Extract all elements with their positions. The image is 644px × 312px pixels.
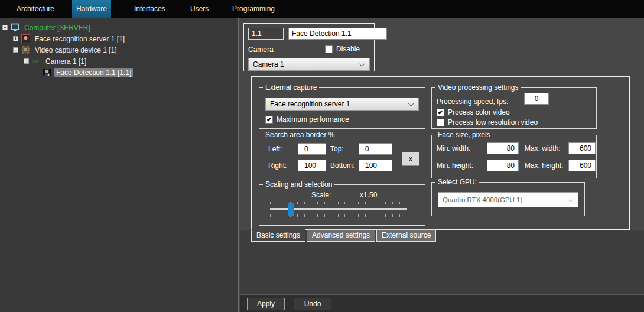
process-low-res-row[interactable]: Process low resolution video — [437, 118, 538, 126]
tab-advanced-settings[interactable]: Advanced settings — [307, 229, 375, 242]
menu-item-programming[interactable]: Programming — [232, 0, 275, 18]
object-header-box: Camera Disable Camera 1 — [243, 23, 375, 72]
object-id-field[interactable] — [248, 28, 284, 40]
left-field[interactable] — [298, 143, 326, 155]
workspace: - Computer [SERVER] + Face recognition s… — [0, 18, 644, 312]
chevron-down-icon — [359, 61, 365, 67]
tab-external-source[interactable]: External source — [376, 229, 436, 242]
collapse-toggle-icon[interactable]: - — [24, 58, 29, 64]
settings-tabstrip: Basic settings Advanced settings Externa… — [251, 229, 436, 242]
min-width-label: Min. width: — [437, 144, 470, 152]
chevron-down-icon — [568, 196, 574, 202]
scale-slider-thumb[interactable] — [288, 203, 294, 216]
process-color-video-checkbox[interactable]: ✔ — [437, 109, 444, 116]
scaling-group: Scaling and selection Scale: x1.50 — [259, 184, 425, 226]
top-label: Top: — [330, 145, 344, 153]
maximum-performance-label: Maximum performance — [277, 115, 349, 124]
video-processing-title: Video processing settings — [435, 83, 521, 92]
menu-item-interfaces[interactable]: Interfaces — [134, 0, 165, 18]
gpu-title: Select GPU: — [435, 178, 479, 186]
process-color-video-row[interactable]: ✔ Process color video — [437, 108, 510, 116]
left-label: Left: — [268, 145, 282, 153]
action-bar: Apply Undo — [240, 294, 644, 312]
camera-icon — [32, 57, 41, 66]
tree-item-label: Face Detection 1.1 [1.1] — [54, 68, 133, 77]
max-width-label: Max. width: — [525, 144, 561, 152]
min-width-field[interactable] — [487, 142, 519, 154]
undo-button-label: Undo — [294, 298, 331, 310]
camera-label: Camera — [248, 46, 274, 54]
process-low-res-label: Process low resolution video — [448, 118, 538, 126]
maximum-performance-row[interactable]: ✔ Maximum performance — [265, 115, 349, 124]
tree-item-computer[interactable]: - Computer [SERVER] — [0, 22, 238, 33]
bottom-field[interactable] — [359, 160, 392, 171]
scale-value: x1.50 — [360, 191, 377, 199]
gpu-select[interactable]: Quadro RTX 4000(GPU 1) — [438, 192, 578, 207]
computer-icon — [11, 23, 19, 32]
camera-select-value: Camera 1 — [253, 60, 284, 69]
menu-item-hardware[interactable]: Hardware — [72, 0, 111, 18]
tree-item-label: Face recognition server 1 [1] — [33, 34, 126, 44]
tab-basic-settings[interactable]: Basic settings — [251, 229, 305, 242]
face-size-group: Face size, pixels Min. width: Max. width… — [431, 135, 597, 178]
tree-item-face-recognition-server[interactable]: + Face recognition server 1 [1] — [0, 33, 238, 44]
max-width-field[interactable] — [568, 142, 596, 154]
search-area-group: Search area border % Left: Top: Right: B… — [259, 135, 425, 178]
face-size-title: Face size, pixels — [435, 131, 493, 139]
recognition-server-select[interactable]: Face recognition server 1 — [265, 98, 419, 110]
collapse-toggle-icon[interactable]: - — [13, 47, 18, 53]
disable-label: Disable — [336, 45, 360, 53]
right-field[interactable] — [298, 160, 326, 171]
chevron-down-icon — [408, 100, 414, 106]
process-color-video-label: Process color video — [448, 108, 510, 116]
processing-speed-field[interactable] — [524, 93, 549, 105]
process-low-res-checkbox[interactable] — [437, 119, 444, 126]
external-capture-title: External capture — [263, 83, 319, 92]
gpu-select-value: Quadro RTX 4000(GPU 1) — [443, 196, 522, 203]
scaling-title: Scaling and selection — [263, 180, 334, 188]
disable-checkbox-row[interactable]: Disable — [325, 45, 360, 53]
face-server-icon — [21, 34, 30, 43]
scale-label: Scale: — [311, 191, 331, 199]
scale-slider[interactable] — [270, 202, 407, 218]
min-height-field[interactable] — [487, 160, 519, 171]
tree-item-camera[interactable]: - Camera 1 [1] — [0, 56, 238, 67]
face-detection-icon — [43, 68, 51, 77]
recognition-server-select-value: Face recognition server 1 — [270, 100, 350, 108]
max-height-field[interactable] — [568, 160, 596, 171]
apply-button-label: Apply — [248, 298, 284, 310]
bottom-label: Bottom: — [330, 161, 354, 170]
top-field[interactable] — [359, 143, 392, 155]
settings-panel: Camera Disable Camera 1 External capture… — [240, 18, 644, 312]
basic-settings-box: External capture Face recognition server… — [251, 76, 630, 230]
collapse-toggle-icon[interactable]: - — [2, 25, 8, 30]
tree-item-face-detection[interactable]: Face Detection 1.1 [1.1] — [0, 67, 238, 78]
min-height-label: Min. height: — [437, 161, 473, 170]
tree-item-label: Video capture device 1 [1] — [33, 46, 119, 55]
disable-checkbox[interactable] — [325, 46, 333, 53]
menu-item-architecture[interactable]: Architecture — [17, 0, 54, 18]
device-tree-panel: - Computer [SERVER] + Face recognition s… — [0, 18, 239, 312]
gpu-group: Select GPU: Quadro RTX 4000(GPU 1) — [431, 182, 585, 216]
search-area-title: Search area border % — [263, 131, 337, 139]
tree-item-label: Computer [SERVER] — [22, 23, 92, 32]
camera-select[interactable]: Camera 1 — [248, 58, 370, 71]
maximum-performance-checkbox[interactable]: ✔ — [265, 116, 273, 124]
object-name-field[interactable] — [288, 28, 387, 40]
apply-button[interactable]: Apply — [247, 298, 285, 310]
top-menu-bar: Architecture Hardware Interfaces Users P… — [0, 0, 644, 18]
processing-speed-label: Processing speed, fps: — [437, 98, 508, 106]
external-capture-group: External capture Face recognition server… — [259, 87, 425, 129]
video-processing-group: Video processing settings Processing spe… — [431, 87, 597, 129]
expand-toggle-icon[interactable]: + — [13, 36, 18, 41]
reset-search-area-button[interactable]: x — [402, 152, 419, 166]
tree-item-label: Camera 1 [1] — [44, 57, 88, 66]
capture-device-icon — [21, 46, 30, 54]
tree-item-video-capture-device[interactable]: - Video capture device 1 [1] — [0, 44, 238, 56]
menu-item-users[interactable]: Users — [190, 0, 209, 18]
right-label: Right: — [268, 161, 287, 170]
max-height-label: Max. height: — [525, 161, 563, 170]
undo-button[interactable]: Undo — [294, 298, 331, 310]
